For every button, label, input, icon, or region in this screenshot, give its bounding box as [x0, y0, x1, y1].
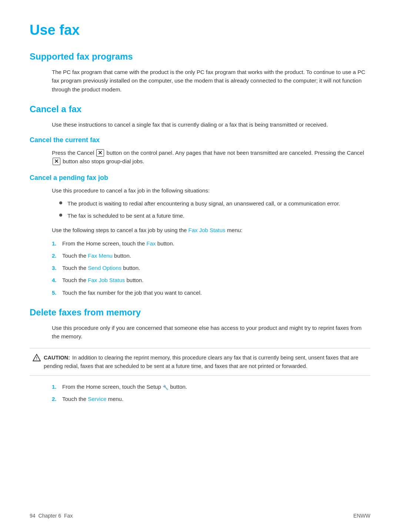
step-3: 3. Touch the Send Options button. — [52, 264, 370, 272]
delete-faxes-body: Use this procedure only if you are conce… — [52, 324, 370, 341]
step-num-5: 5. — [52, 288, 62, 297]
setup-wrench-icon: 🔧 — [163, 384, 169, 391]
footer-left: 94 Chapter 6 Fax — [30, 513, 73, 519]
step-num-3: 3. — [52, 264, 62, 272]
step-num-4: 4. — [52, 276, 62, 284]
delete-faxes-steps: 1. From the Home screen, touch the Setup… — [52, 382, 370, 404]
cancel-pending-intro: Use this procedure to cancel a fax job i… — [52, 186, 370, 195]
subsection-cancel-pending-fax-job: Cancel a pending fax job Use this proced… — [30, 174, 370, 297]
caution-body: In addition to clearing the reprint memo… — [44, 355, 359, 369]
step-text-3: Touch the Send Options button. — [62, 264, 140, 272]
step-num-1: 1. — [52, 239, 62, 248]
delete-step-num-2: 2. — [52, 395, 62, 403]
cancel-current-fax-body: Press the Cancel ✕ button on the control… — [52, 148, 370, 166]
cancel-x-icon-1: ✕ — [96, 149, 104, 157]
subsection-heading-cancel-current-fax: Cancel the current fax — [30, 136, 370, 144]
step-2: 2. Touch the Fax Menu button. — [52, 251, 370, 260]
footer-page-number: 94 — [30, 513, 36, 519]
section-heading-cancel-a-fax: Cancel a fax — [30, 104, 370, 114]
step-4: 4. Touch the Fax Job Status button. — [52, 276, 370, 284]
step-text-1: From the Home screen, touch the Fax butt… — [62, 239, 174, 248]
steps-intro-prefix: Use the following steps to cancel a fax … — [52, 227, 189, 233]
page-title: Use fax — [30, 22, 370, 38]
fax-job-status-link-step4[interactable]: Fax Job Status — [88, 277, 125, 283]
svg-text:!: ! — [36, 356, 37, 361]
cancel-pending-steps: 1. From the Home screen, touch the Fax b… — [52, 239, 370, 297]
section-heading-delete-faxes-from-memory: Delete faxes from memory — [30, 307, 370, 318]
footer-enww: ENWW — [353, 513, 370, 519]
caution-triangle-icon: ! — [33, 354, 41, 364]
section-delete-faxes-from-memory: Delete faxes from memory Use this proced… — [30, 307, 370, 404]
subsection-heading-cancel-pending-fax-job: Cancel a pending fax job — [30, 174, 370, 182]
caution-box: ! CAUTION:In addition to clearing the re… — [30, 348, 370, 376]
delete-step-2: 2. Touch the Service menu. — [52, 395, 370, 403]
step-text-2: Touch the Fax Menu button. — [62, 251, 131, 260]
supported-fax-programs-body: The PC fax program that came with the pr… — [52, 68, 370, 94]
step-1: 1. From the Home screen, touch the Fax b… — [52, 239, 370, 248]
page-content: Use fax Supported fax programs The PC fa… — [0, 0, 400, 532]
cancel-x-icon-2: ✕ — [53, 158, 60, 165]
fax-menu-link-step2[interactable]: Fax Menu — [88, 252, 113, 259]
step-num-2: 2. — [52, 251, 62, 260]
cancel-current-fax-text1: Press the Cancel — [52, 150, 96, 156]
footer-section: Fax — [64, 513, 73, 519]
footer-chapter: Chapter 6 — [39, 513, 61, 519]
step-5: 5. Touch the fax number for the job that… — [52, 288, 370, 297]
bullet-item-2: The fax is scheduled to be sent at a fut… — [59, 211, 370, 220]
section-supported-fax-programs: Supported fax programs The PC fax progra… — [30, 51, 370, 94]
cancel-a-fax-body: Use these instructions to cancel a singl… — [52, 120, 370, 129]
steps-intro: Use the following steps to cancel a fax … — [52, 226, 370, 234]
caution-label: CAUTION: — [44, 355, 70, 361]
service-link-step2[interactable]: Service — [88, 396, 106, 402]
cancel-pending-bullets: The product is waiting to redial after e… — [59, 199, 370, 220]
step-text-5: Touch the fax number for the job that yo… — [62, 288, 202, 297]
page-footer: 94 Chapter 6 Fax ENWW — [30, 513, 370, 519]
cancel-current-fax-text3: button also stops group-dial jobs. — [61, 158, 144, 164]
steps-intro-suffix: menu: — [226, 227, 243, 233]
subsection-cancel-current-fax: Cancel the current fax Press the Cancel … — [30, 136, 370, 166]
bullet-dot-2 — [59, 214, 62, 217]
caution-text: CAUTION:In addition to clearing the repr… — [44, 354, 364, 370]
section-heading-supported-fax-programs: Supported fax programs — [30, 51, 370, 62]
delete-step-num-1: 1. — [52, 382, 62, 391]
bullet-dot-1 — [59, 201, 62, 204]
step-text-4: Touch the Fax Job Status button. — [62, 276, 143, 284]
bullet-text-2: The fax is scheduled to be sent at a fut… — [67, 211, 184, 220]
fax-job-status-link-intro[interactable]: Fax Job Status — [189, 227, 226, 233]
footer-right: ENWW — [353, 513, 370, 519]
delete-step-text-2: Touch the Service menu. — [62, 395, 123, 403]
section-cancel-a-fax: Cancel a fax Use these instructions to c… — [30, 104, 370, 297]
delete-step-1: 1. From the Home screen, touch the Setup… — [52, 382, 370, 391]
delete-step-text-1: From the Home screen, touch the Setup 🔧 … — [62, 382, 187, 391]
send-options-link-step3[interactable]: Send Options — [88, 265, 121, 271]
fax-link-step1[interactable]: Fax — [147, 240, 156, 247]
bullet-text-1: The product is waiting to redial after e… — [67, 199, 340, 208]
cancel-current-fax-text2: button on the control panel. Any pages t… — [105, 150, 364, 156]
bullet-item-1: The product is waiting to redial after e… — [59, 199, 370, 208]
